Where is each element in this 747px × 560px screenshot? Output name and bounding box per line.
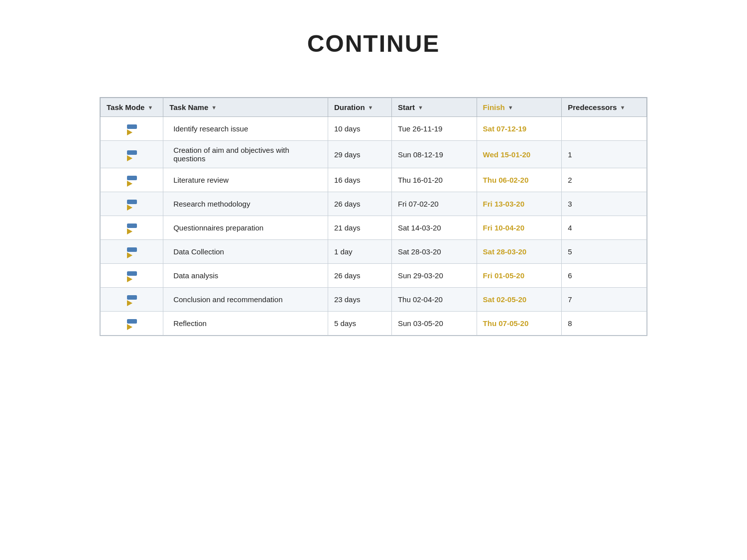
task-name-cell: Research methodology xyxy=(163,192,328,216)
task-mode-cell xyxy=(101,141,163,168)
table-row: Creation of aim and objectives with ques… xyxy=(101,141,647,168)
start-cell: Sun 03-05-20 xyxy=(391,312,477,336)
header-predecessors[interactable]: Predecessors ▼ xyxy=(562,98,647,117)
finish-cell: Sat 02-05-20 xyxy=(477,288,562,312)
task-mode-cell xyxy=(101,288,163,312)
task-mode-icon xyxy=(127,200,137,211)
task-mode-arrow xyxy=(127,155,132,161)
task-mode-icon xyxy=(127,247,137,258)
task-name-cell: Identify research issue xyxy=(163,117,328,141)
task-name-cell: Data Collection xyxy=(163,240,328,264)
table-row: Data Collection1 daySat 28-03-20Sat 28-0… xyxy=(101,240,647,264)
table-header-row: Task Mode ▼ Task Name ▼ Duration ▼ xyxy=(101,98,647,117)
finish-cell: Sat 28-03-20 xyxy=(477,240,562,264)
table-row: Data analysis26 daysSun 29-03-20Fri 01-0… xyxy=(101,264,647,288)
predecessors-cell xyxy=(562,117,647,141)
table-row: Literature review16 daysThu 16-01-20Thu … xyxy=(101,168,647,192)
task-mode-icon xyxy=(127,319,137,330)
task-mode-arrow xyxy=(127,252,132,258)
start-cell: Fri 07-02-20 xyxy=(391,192,477,216)
table-row: Identify research issue10 daysTue 26-11-… xyxy=(101,117,647,141)
task-mode-icon xyxy=(127,124,137,135)
page-title: CONTINUE xyxy=(0,0,747,97)
duration-cell: 21 days xyxy=(328,216,391,240)
task-name-cell: Conclusion and recommendation xyxy=(163,288,328,312)
duration-cell: 5 days xyxy=(328,312,391,336)
start-cell: Sat 14-03-20 xyxy=(391,216,477,240)
task-mode-bar xyxy=(127,271,137,276)
task-mode-arrow xyxy=(127,276,132,282)
task-mode-bar xyxy=(127,295,137,300)
task-mode-icon xyxy=(127,295,137,306)
finish-cell: Thu 07-05-20 xyxy=(477,312,562,336)
start-cell: Thu 16-01-20 xyxy=(391,168,477,192)
task-mode-cell xyxy=(101,312,163,336)
table-row: Conclusion and recommendation23 daysThu … xyxy=(101,288,647,312)
predecessors-cell: 2 xyxy=(562,168,647,192)
header-taskmode[interactable]: Task Mode ▼ xyxy=(101,98,163,117)
task-name-cell: Questionnaires preparation xyxy=(163,216,328,240)
header-taskname[interactable]: Task Name ▼ xyxy=(163,98,328,117)
task-name-cell: Data analysis xyxy=(163,264,328,288)
task-mode-icon xyxy=(127,224,137,234)
start-cell: Sun 08-12-19 xyxy=(391,141,477,168)
task-mode-arrow xyxy=(127,324,132,330)
task-mode-icon xyxy=(127,150,137,161)
finish-cell: Fri 10-04-20 xyxy=(477,216,562,240)
task-name-cell: Reflection xyxy=(163,312,328,336)
table-row: Research methodology26 daysFri 07-02-20F… xyxy=(101,192,647,216)
task-mode-bar xyxy=(127,200,137,204)
duration-cell: 1 day xyxy=(328,240,391,264)
predecessors-cell: 6 xyxy=(562,264,647,288)
taskname-dropdown-icon[interactable]: ▼ xyxy=(211,105,217,111)
task-mode-cell xyxy=(101,117,163,141)
finish-cell: Sat 07-12-19 xyxy=(477,117,562,141)
task-mode-cell xyxy=(101,264,163,288)
task-mode-bar xyxy=(127,124,137,129)
task-mode-arrow xyxy=(127,181,132,187)
header-finish[interactable]: Finish ▼ xyxy=(477,98,562,117)
predecessors-cell: 1 xyxy=(562,141,647,168)
table-row: Reflection5 daysSun 03-05-20Thu 07-05-20… xyxy=(101,312,647,336)
predecessors-dropdown-icon[interactable]: ▼ xyxy=(620,105,625,111)
task-mode-arrow xyxy=(127,129,132,135)
predecessors-cell: 4 xyxy=(562,216,647,240)
task-mode-bar xyxy=(127,150,137,155)
task-mode-icon xyxy=(127,271,137,282)
predecessors-cell: 7 xyxy=(562,288,647,312)
start-cell: Thu 02-04-20 xyxy=(391,288,477,312)
task-mode-bar xyxy=(127,224,137,228)
duration-cell: 26 days xyxy=(328,264,391,288)
header-start[interactable]: Start ▼ xyxy=(391,98,477,117)
task-mode-cell xyxy=(101,192,163,216)
duration-cell: 10 days xyxy=(328,117,391,141)
start-dropdown-icon[interactable]: ▼ xyxy=(418,105,423,111)
start-cell: Tue 26-11-19 xyxy=(391,117,477,141)
duration-dropdown-icon[interactable]: ▼ xyxy=(368,105,374,111)
task-mode-cell xyxy=(101,168,163,192)
predecessors-cell: 5 xyxy=(562,240,647,264)
header-duration[interactable]: Duration ▼ xyxy=(328,98,391,117)
taskmode-dropdown-icon[interactable]: ▼ xyxy=(147,105,153,111)
task-mode-bar xyxy=(127,247,137,252)
duration-cell: 23 days xyxy=(328,288,391,312)
start-cell: Sun 29-03-20 xyxy=(391,264,477,288)
task-mode-arrow xyxy=(127,205,132,211)
finish-cell: Fri 01-05-20 xyxy=(477,264,562,288)
task-mode-bar xyxy=(127,176,137,180)
gantt-table: Task Mode ▼ Task Name ▼ Duration ▼ xyxy=(100,97,647,336)
finish-cell: Wed 15-01-20 xyxy=(477,141,562,168)
task-mode-cell xyxy=(101,216,163,240)
duration-cell: 26 days xyxy=(328,192,391,216)
duration-cell: 16 days xyxy=(328,168,391,192)
finish-cell: Thu 06-02-20 xyxy=(477,168,562,192)
task-mode-arrow xyxy=(127,228,132,234)
duration-cell: 29 days xyxy=(328,141,391,168)
finish-dropdown-icon[interactable]: ▼ xyxy=(508,105,513,111)
predecessors-cell: 8 xyxy=(562,312,647,336)
task-name-cell: Literature review xyxy=(163,168,328,192)
task-mode-bar xyxy=(127,319,137,324)
task-mode-arrow xyxy=(127,300,132,306)
finish-cell: Fri 13-03-20 xyxy=(477,192,562,216)
table-row: Questionnaires preparation21 daysSat 14-… xyxy=(101,216,647,240)
